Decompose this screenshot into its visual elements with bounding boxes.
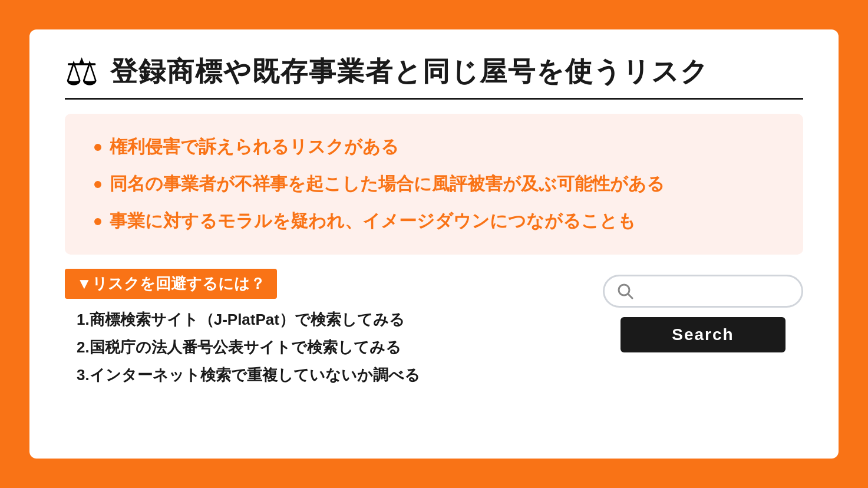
steps-list: 1.商標検索サイト（J-PlatPat）で検索してみる 2.国税庁の法人番号公表… <box>65 309 579 385</box>
main-card: ⚖ 登録商標や既存事業者と同じ屋号を使うリスク 権利侵害で訴えられるリスクがある… <box>29 29 839 459</box>
search-button[interactable]: Search <box>621 317 786 352</box>
bullet-icon-2 <box>94 181 101 188</box>
bullet-icon-1 <box>94 144 101 151</box>
bullet-icon-3 <box>94 218 101 225</box>
risk-text-1: 権利侵害で訴えられるリスクがある <box>110 135 399 159</box>
risk-item-3: 事業に対するモラルを疑われ、イメージダウンにつながることも <box>94 209 774 233</box>
search-container[interactable] <box>603 275 803 308</box>
scale-icon: ⚖ <box>65 53 98 91</box>
risk-text-2: 同名の事業者が不祥事を起こした場合に風評被害が及ぶ可能性がある <box>110 172 665 196</box>
svg-line-1 <box>628 294 633 299</box>
avoid-badge: ▼リスクを回避するには？ <box>65 269 277 299</box>
risk-box: 権利侵害で訴えられるリスクがある 同名の事業者が不祥事を起こした場合に風評被害が… <box>65 114 803 255</box>
search-input[interactable] <box>640 285 790 298</box>
risk-item-1: 権利侵害で訴えられるリスクがある <box>94 135 774 159</box>
header-section: ⚖ 登録商標や既存事業者と同じ屋号を使うリスク <box>65 53 803 100</box>
step-3: 3.インターネット検索で重複していないか調べる <box>77 365 579 385</box>
search-icon <box>616 282 634 300</box>
step-1: 1.商標検索サイト（J-PlatPat）で検索してみる <box>77 309 579 330</box>
right-section: Search <box>603 269 803 352</box>
page-title: 登録商標や既存事業者と同じ屋号を使うリスク <box>110 54 709 90</box>
risk-item-2: 同名の事業者が不祥事を起こした場合に風評被害が及ぶ可能性がある <box>94 172 774 196</box>
risk-text-3: 事業に対するモラルを疑われ、イメージダウンにつながることも <box>110 209 636 233</box>
bottom-section: ▼リスクを回避するには？ 1.商標検索サイト（J-PlatPat）で検索してみる… <box>65 269 803 385</box>
step-2: 2.国税庁の法人番号公表サイトで検索してみる <box>77 337 579 358</box>
left-section: ▼リスクを回避するには？ 1.商標検索サイト（J-PlatPat）で検索してみる… <box>65 269 579 385</box>
